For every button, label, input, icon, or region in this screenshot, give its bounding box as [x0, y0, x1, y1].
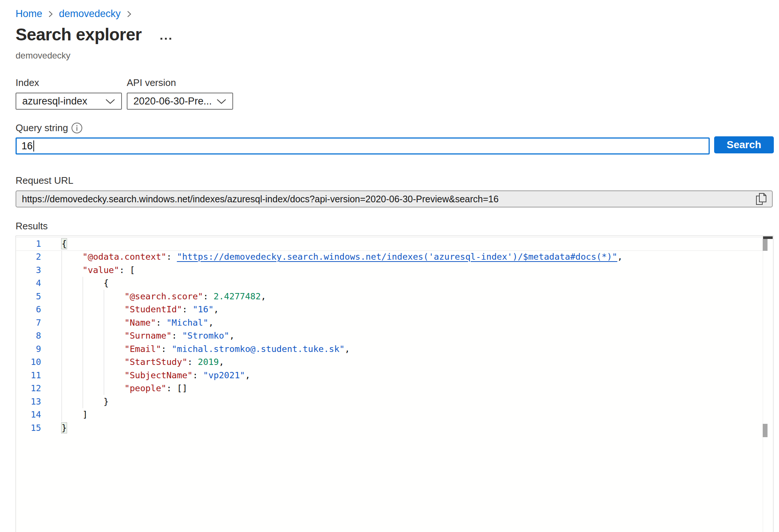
code-token: "StartStudy" [125, 357, 188, 367]
code-token: , [261, 291, 266, 302]
code-line: 1{ [16, 237, 762, 250]
code-token: "people" [125, 383, 166, 393]
line-number: 5 [16, 291, 41, 302]
code-line: 3 "value": [ [16, 263, 762, 277]
code-token [62, 265, 83, 275]
code-text: ] [41, 409, 88, 420]
overview-ruler-mark [763, 424, 768, 437]
results-label: Results [16, 220, 48, 232]
code-token: : [172, 330, 182, 341]
code-line: 9 "Email": "michal.stromko@.student.tuke… [16, 342, 762, 356]
code-line: 2 "@odata.context": "https://demovedecky… [16, 250, 762, 264]
line-number: 9 [16, 344, 41, 354]
code-text: "@odata.context": "https://demovedecky.s… [41, 252, 623, 262]
code-token [62, 396, 103, 407]
chevron-down-icon [105, 96, 115, 107]
index-label: Index [16, 77, 39, 89]
code-token: 2019 [198, 357, 219, 367]
line-number: 14 [16, 409, 41, 420]
code-token: "16" [193, 304, 214, 315]
code-token: , [213, 304, 219, 315]
line-number: 10 [16, 357, 41, 367]
breadcrumb: Home demovedecky [16, 8, 137, 20]
code-line: 13 } [16, 395, 762, 408]
query-string-label: Query string [16, 122, 68, 134]
line-number: 12 [16, 383, 41, 393]
line-number: 6 [16, 304, 41, 315]
line-number: 11 [16, 370, 41, 380]
code-text: "Email": "michal.stromko@.student.tuke.s… [41, 344, 350, 354]
code-line: 10 "StartStudy": 2019, [16, 356, 762, 369]
code-token: "@odata.context" [83, 252, 166, 262]
line-number: 4 [16, 278, 41, 288]
code-line: 4 { [16, 277, 762, 290]
code-text: "StartStudy": 2019, [41, 357, 224, 367]
ellipsis-icon[interactable] [159, 36, 173, 41]
overview-ruler-cursor-mark [763, 236, 773, 239]
info-icon[interactable] [71, 122, 83, 135]
chevron-down-icon [216, 96, 226, 107]
code-token [62, 357, 125, 367]
code-token: "StudentId" [125, 304, 182, 315]
code-token: , [219, 357, 224, 367]
index-select[interactable]: azuresql-index [16, 93, 122, 110]
code-token [62, 344, 125, 354]
page-title: Search explorer [16, 24, 142, 44]
code-token: , [245, 370, 250, 380]
code-token: { [103, 278, 109, 288]
code-link[interactable]: "https://demovedecky.search.windows.net/… [177, 252, 617, 262]
code-token: : [161, 344, 172, 354]
code-token: "Michal" [166, 317, 208, 328]
line-number: 13 [16, 396, 41, 407]
query-string-input[interactable]: 16 [16, 137, 710, 154]
code-token [62, 252, 83, 262]
code-token: : [182, 304, 192, 315]
chevron-right-icon [48, 10, 53, 18]
scrollbar-track[interactable] [763, 236, 763, 532]
code-token: , [229, 330, 235, 341]
code-token: , [208, 317, 213, 328]
request-url-value: https://demovedecky.search.windows.net/i… [22, 194, 752, 205]
code-text: "people": [] [41, 383, 188, 393]
breadcrumb-link-home[interactable]: Home [16, 8, 42, 20]
code-token [62, 304, 125, 315]
code-token: "Surname" [125, 330, 172, 341]
copy-icon[interactable] [755, 192, 768, 206]
code-token: } [103, 396, 109, 407]
code-token: : [ [119, 265, 135, 275]
code-line: 14 ] [16, 408, 762, 422]
request-url-input[interactable]: https://demovedecky.search.windows.net/i… [16, 190, 773, 207]
code-line: 15} [16, 421, 762, 435]
code-token [62, 317, 125, 328]
code-token: 2.4277482 [213, 291, 261, 302]
code-token [62, 383, 125, 393]
code-text: "Surname": "Stromko", [41, 330, 235, 341]
page-subtitle: demovedecky [16, 50, 70, 61]
code-token: "value" [83, 265, 119, 275]
code-token [62, 291, 125, 302]
code-text: } [41, 396, 109, 407]
code-token: { [62, 239, 67, 249]
request-url-label: Request URL [16, 175, 73, 186]
code-token: , [345, 344, 350, 354]
code-token [62, 409, 83, 420]
code-token: ] [83, 409, 88, 420]
code-token: : [193, 370, 203, 380]
code-token [62, 330, 125, 341]
code-token: : [156, 317, 166, 328]
code-token [62, 370, 125, 380]
api-version-select[interactable]: 2020-06-30-Pre... [127, 93, 233, 110]
code-token: "Stromko" [182, 330, 229, 341]
breadcrumb-link-demovedecky[interactable]: demovedecky [59, 8, 121, 20]
search-explorer-page: Home demovedecky Search explorer demoved… [0, 0, 779, 532]
code-text: "value": [ [41, 265, 135, 275]
code-line: 5 "@search.score": 2.4277482, [16, 290, 762, 303]
index-select-value: azuresql-index [22, 96, 87, 107]
code-token: "Name" [125, 317, 156, 328]
text-caret [33, 140, 34, 152]
search-button[interactable]: Search [714, 136, 774, 153]
results-json-editor[interactable]: 1{2 "@odata.context": "https://demovedec… [16, 236, 773, 532]
code-line: 6 "StudentId": "16", [16, 303, 762, 316]
line-number: 15 [16, 423, 41, 433]
query-string-value: 16 [21, 140, 33, 152]
